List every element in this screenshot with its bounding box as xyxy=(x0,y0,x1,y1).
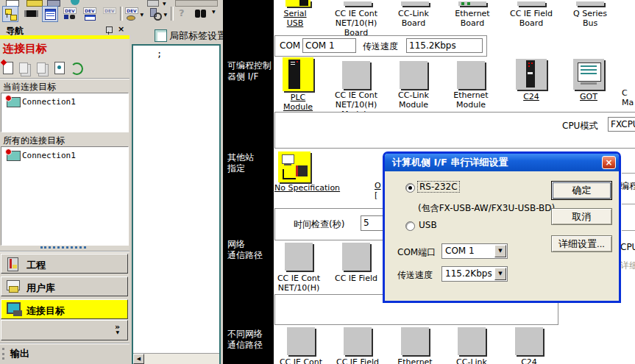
stage-different-network: 不同网络 通信路径 xyxy=(227,329,263,351)
stage-line: 网络 xyxy=(227,239,263,250)
device-table-icon[interactable]: DEV xyxy=(82,6,98,22)
coexist-item-c24[interactable]: C24 xyxy=(501,357,557,364)
item-label-line: USB xyxy=(269,18,321,28)
splitter-handle[interactable] xyxy=(40,246,86,249)
connection-name: Connection1 xyxy=(22,151,76,160)
connection-icon xyxy=(7,151,21,161)
close-icon[interactable]: × xyxy=(602,156,616,169)
pc-if-item-q-series-bus[interactable]: Q Series Bus xyxy=(562,9,618,28)
plc-if-item-ethernet-module[interactable]: Ethernet Module xyxy=(443,90,499,110)
copy-icon[interactable] xyxy=(19,63,28,74)
divider xyxy=(0,78,130,79)
cpu-mode-display[interactable]: FXCPU xyxy=(608,117,635,132)
horizontal-scrollbar[interactable]: ◀ xyxy=(133,353,219,364)
item-label-line: Ma xyxy=(622,98,635,107)
coexist-item-ethernet[interactable]: Ethernet xyxy=(387,357,443,364)
plc-if-item-c24[interactable]: C24 xyxy=(503,92,559,101)
toolbar-overflow-icon[interactable]: ▼ xyxy=(163,1,166,6)
other-station-partial[interactable]: O [ xyxy=(375,181,382,200)
dropdown-icon[interactable]: ▼ xyxy=(494,245,506,257)
item-label-line: CC-Link xyxy=(386,90,441,100)
plc-if-item-got[interactable]: GOT xyxy=(561,92,617,101)
q-bus-icon-a xyxy=(517,1,545,6)
plc-if-item-cc-link-module[interactable]: CC-Link Module xyxy=(386,90,441,110)
com-port-value: COM 1 xyxy=(445,246,475,256)
network-cc-ie-field-icon xyxy=(342,243,370,271)
refresh-icon[interactable] xyxy=(71,63,83,75)
list-view-icon[interactable] xyxy=(42,6,58,22)
item-label-line: CC IE Field xyxy=(503,9,559,18)
item-label-line: Board xyxy=(503,18,559,28)
dev-label: DEV xyxy=(125,7,138,14)
dialog-titlebar[interactable]: 计算机侧 I/F 串行详细设置 × xyxy=(385,154,619,171)
item-label-line: GOT xyxy=(561,92,617,101)
stage-line: 其他站 xyxy=(227,152,254,163)
device-display-icon[interactable]: DEV ▼ xyxy=(124,6,144,22)
view-button-connection-destination[interactable]: 连接目标 xyxy=(1,299,128,319)
com-port-combo[interactable]: COM 1 ▼ xyxy=(441,243,508,259)
stage-line: 不同网络 xyxy=(227,329,263,340)
more-views-down-icon[interactable]: ▼ xyxy=(116,329,119,335)
baud-label: 传送速度 xyxy=(363,40,398,53)
close-icon[interactable]: × xyxy=(118,24,124,34)
coexist-item-cc-link[interactable]: CC-Link xyxy=(444,357,500,364)
ok-button[interactable]: 确定 xyxy=(551,181,612,200)
detail-setting-button[interactable]: 详细设置... xyxy=(551,235,612,252)
cancel-button[interactable]: 取消 xyxy=(551,208,612,225)
tab-local-label-setting[interactable]: 局部标签设置 xyxy=(138,26,223,44)
pc-if-item-cc-ie-cont-board[interactable]: CC IE Cont NET/10(H) Board xyxy=(328,9,384,38)
project-icon xyxy=(7,257,18,271)
grip-handle[interactable] xyxy=(2,348,4,360)
coexist-item-cc-ie-cont[interactable]: CC IE Cont xyxy=(273,357,329,364)
paste-icon[interactable] xyxy=(37,63,46,74)
com-port-display[interactable]: COM 1 xyxy=(302,38,356,53)
usb-radio-label[interactable]: USB xyxy=(419,220,437,230)
new-connection-icon[interactable] xyxy=(3,62,13,74)
pc-if-item-cc-ie-field-board[interactable]: CC IE Field Board xyxy=(503,9,559,28)
edge-partial-button-1[interactable]: 编程 xyxy=(620,180,635,193)
other-station-no-specification[interactable]: No Specification xyxy=(274,183,347,193)
pin-icon[interactable] xyxy=(106,26,113,33)
property-info-icon[interactable] xyxy=(54,62,65,74)
module-config-icon[interactable] xyxy=(21,6,38,22)
item-label-line: NET/10(H) xyxy=(271,283,327,293)
baud-rate-combo[interactable]: 115.2Kbps ▼ xyxy=(441,266,508,282)
connection-destination-icon-base xyxy=(13,310,22,316)
view-button-user-library[interactable]: 用户库 xyxy=(1,276,128,296)
device-search-icon[interactable]: ▼ xyxy=(147,6,168,22)
usb-radio[interactable] xyxy=(405,221,415,231)
divider xyxy=(0,343,130,344)
view-button-label: 工程 xyxy=(26,259,46,272)
rs232c-radio[interactable] xyxy=(405,183,415,193)
divider xyxy=(622,173,635,174)
coexist-item-cc-ie-field[interactable]: CC IE Field xyxy=(330,357,386,364)
local-label-editor[interactable]: ; ◀ xyxy=(132,44,221,364)
navigation-window-icon[interactable] xyxy=(2,6,18,22)
help-icon-top[interactable] xyxy=(71,0,79,5)
pc-if-item-ethernet-board[interactable]: Ethernet Board xyxy=(444,9,500,28)
help-icon[interactable]: ? xyxy=(174,6,191,22)
list-item[interactable]: Connection1 xyxy=(1,96,127,108)
plc-if-item-partial[interactable]: C Ma xyxy=(622,88,635,107)
device-find-icon[interactable]: DEV xyxy=(62,6,78,22)
list-item[interactable]: Connection1 xyxy=(1,149,127,162)
item-label-line: C24 xyxy=(503,92,559,101)
baud-rate-label: 传送速度 xyxy=(397,269,433,282)
view-button-label: 用户库 xyxy=(26,282,55,295)
pc-if-item-cc-link-board[interactable]: CC-Link Board xyxy=(386,9,441,28)
main-toolbar: ▼ DEV DEV DEV DEV xyxy=(0,0,223,25)
serial-detail-dialog: 计算机侧 I/F 串行详细设置 × RS-232C (包含FX-USB-AW/F… xyxy=(383,151,621,303)
baud-display[interactable]: 115.2Kbps xyxy=(406,38,483,53)
network-item-cc-ie-cont[interactable]: CC IE Cont NET/10(H) xyxy=(271,274,327,293)
plc-if-item-plc-module[interactable]: PLC Module xyxy=(269,93,327,112)
dropdown-icon[interactable]: ▼ xyxy=(494,268,506,280)
pc-if-item-serial-usb[interactable]: Serial USB xyxy=(269,9,321,28)
user-library-icon xyxy=(7,280,20,290)
network-item-cc-ie-field[interactable]: CC IE Field xyxy=(328,274,384,283)
item-label-line: Board xyxy=(386,18,441,28)
scroll-left-icon[interactable]: ◀ xyxy=(133,354,144,364)
rs232c-radio-label[interactable]: RS-232C xyxy=(418,182,459,192)
find-binoculars-icon[interactable] xyxy=(193,6,209,22)
view-button-project[interactable]: 工程 xyxy=(1,254,128,274)
toolbar-overflow-icon[interactable]: ▼ xyxy=(212,9,216,14)
